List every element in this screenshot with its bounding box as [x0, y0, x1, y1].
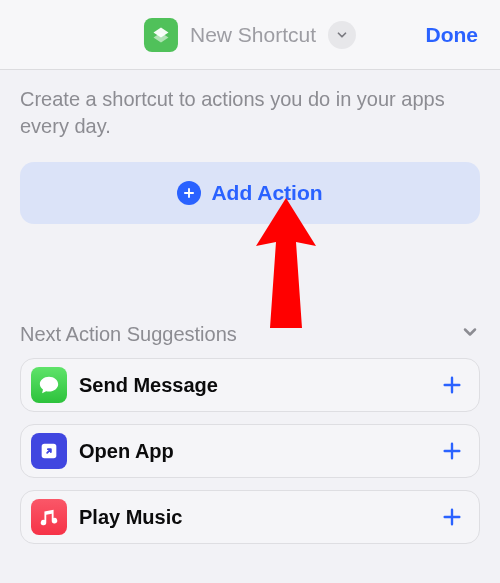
music-icon	[31, 499, 67, 535]
add-suggestion-button[interactable]	[439, 504, 465, 530]
messages-icon	[31, 367, 67, 403]
editor-header: New Shortcut Done	[0, 0, 500, 70]
instruction-text: Create a shortcut to actions you do in y…	[20, 86, 480, 140]
suggestion-row-play-music[interactable]: Play Music	[20, 490, 480, 544]
add-action-button[interactable]: Add Action	[20, 162, 480, 224]
suggestion-label: Send Message	[79, 374, 439, 397]
header-title-group[interactable]: New Shortcut	[144, 18, 356, 52]
suggestion-row-open-app[interactable]: Open App	[20, 424, 480, 478]
next-action-suggestions: Next Action Suggestions Send Message Ope…	[20, 322, 480, 544]
add-suggestion-button[interactable]	[439, 438, 465, 464]
shortcuts-icon	[31, 433, 67, 469]
add-action-label: Add Action	[211, 181, 322, 205]
suggestions-header[interactable]: Next Action Suggestions	[20, 322, 480, 346]
plus-circle-icon	[177, 181, 201, 205]
shortcut-app-icon	[144, 18, 178, 52]
suggestion-label: Play Music	[79, 506, 439, 529]
title-menu-button[interactable]	[328, 21, 356, 49]
chevron-down-icon	[460, 322, 480, 346]
done-button[interactable]: Done	[426, 23, 479, 47]
suggestions-title: Next Action Suggestions	[20, 323, 237, 346]
shortcut-title: New Shortcut	[190, 23, 316, 47]
add-suggestion-button[interactable]	[439, 372, 465, 398]
suggestion-label: Open App	[79, 440, 439, 463]
editor-content: Create a shortcut to actions you do in y…	[0, 70, 500, 544]
suggestion-row-send-message[interactable]: Send Message	[20, 358, 480, 412]
